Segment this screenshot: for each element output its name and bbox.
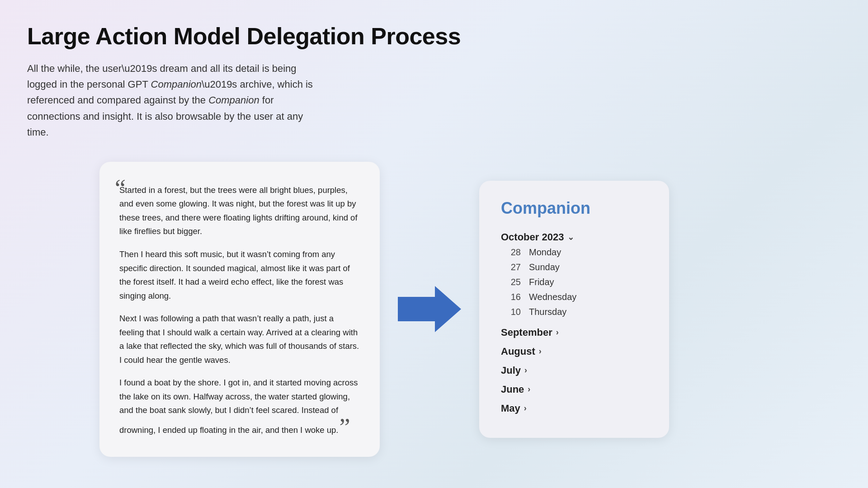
dream-paragraph-4: I found a boat by the shore. I got in, a… [119,376,360,437]
companion-title: Companion [501,199,647,218]
date-day-wednesday: Wednesday [529,292,576,302]
october-header[interactable]: October 2023 ⌄ [501,231,647,243]
date-num-10: 10 [508,307,521,317]
chevron-right-icon-july: › [524,366,527,375]
september-label: September [501,327,552,338]
chevron-right-icon-june: › [528,385,530,394]
chevron-down-icon: ⌄ [567,232,574,242]
dream-card: “ Started in a forest, but the trees wer… [99,162,380,457]
page-title: Large Action Model Delegation Process [27,23,841,50]
content-row: “ Started in a forest, but the trees wer… [27,162,841,457]
page-description: All the while, the user\u2019s dream and… [27,61,316,140]
october-label: October 2023 [501,231,564,243]
date-num-27: 27 [508,262,521,272]
date-item-16-wednesday[interactable]: 16 Wednesday [508,290,647,305]
dream-para4-text: I found a boat by the shore. I got in, a… [119,378,358,434]
date-day-monday: Monday [529,247,561,258]
date-item-27-sunday[interactable]: 27 Sunday [508,260,647,275]
dream-paragraph-3: Next I was following a path that wasn’t … [119,312,360,367]
date-item-10-thursday[interactable]: 10 Thursday [508,305,647,319]
august-header[interactable]: August › [501,342,647,361]
date-day-sunday: Sunday [529,262,560,272]
september-header[interactable]: September › [501,323,647,342]
arrow-container [380,282,479,336]
may-label: May [501,403,520,414]
page-container: Large Action Model Delegation Process Al… [0,0,868,475]
quote-open-icon: “ [115,179,126,198]
dream-paragraph-2: Then I heard this soft music, but it was… [119,248,360,303]
august-label: August [501,346,535,357]
july-label: July [501,365,521,376]
chevron-right-icon-may: › [524,404,527,413]
chevron-right-icon-august: › [539,347,542,356]
dream-paragraph-1: Started in a forest, but the trees were … [119,183,360,239]
date-num-16: 16 [508,292,521,302]
june-header[interactable]: June › [501,380,647,399]
june-label: June [501,384,524,395]
companion-card: Companion October 2023 ⌄ 28 Monday 27 Su… [479,181,669,438]
date-day-friday: Friday [529,277,554,287]
quote-close-icon: ” [339,413,350,441]
may-header[interactable]: May › [501,399,647,418]
date-item-28-monday[interactable]: 28 Monday [508,245,647,260]
chevron-right-icon-september: › [556,328,559,337]
right-arrow-icon [398,282,461,336]
date-num-28: 28 [508,247,521,258]
date-num-25: 25 [508,277,521,287]
dream-text: Started in a forest, but the trees were … [119,183,360,437]
date-day-thursday: Thursday [529,307,566,317]
july-header[interactable]: July › [501,361,647,380]
svg-marker-0 [398,286,461,332]
date-item-25-friday[interactable]: 25 Friday [508,275,647,290]
dream-para1-text: Started in a forest, but the trees were … [119,185,358,236]
october-section: October 2023 ⌄ 28 Monday 27 Sunday 25 Fr… [501,231,647,319]
october-date-list: 28 Monday 27 Sunday 25 Friday 16 Wednesd… [501,245,647,319]
